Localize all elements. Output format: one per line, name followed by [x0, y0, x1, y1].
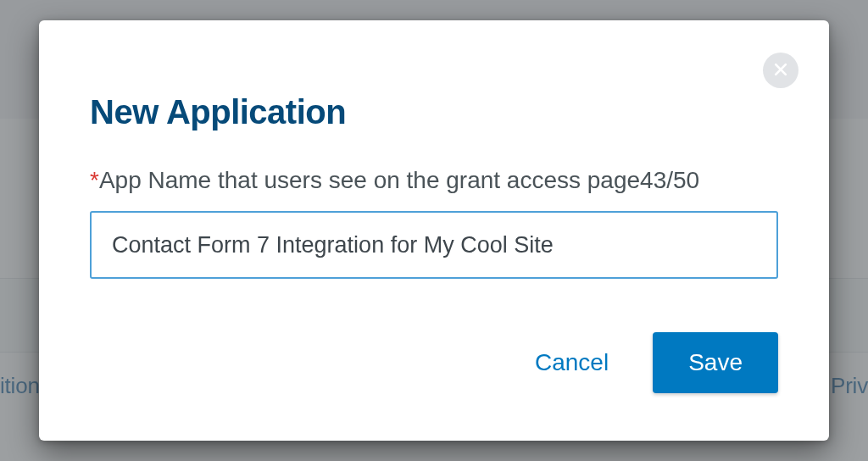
close-button[interactable]	[763, 53, 798, 88]
required-mark: *	[90, 167, 99, 193]
char-counter: 43/50	[640, 167, 699, 193]
app-name-label: App Name that users see on the grant acc…	[99, 167, 640, 193]
new-application-modal: New Application *App Name that users see…	[39, 20, 829, 441]
save-button[interactable]: Save	[653, 332, 778, 393]
modal-title: New Application	[90, 93, 778, 131]
close-icon	[772, 61, 789, 81]
modal-actions: Cancel Save	[535, 332, 778, 393]
app-name-label-row: *App Name that users see on the grant ac…	[90, 167, 778, 194]
cancel-button[interactable]: Cancel	[535, 349, 609, 376]
app-name-input[interactable]	[90, 211, 778, 279]
